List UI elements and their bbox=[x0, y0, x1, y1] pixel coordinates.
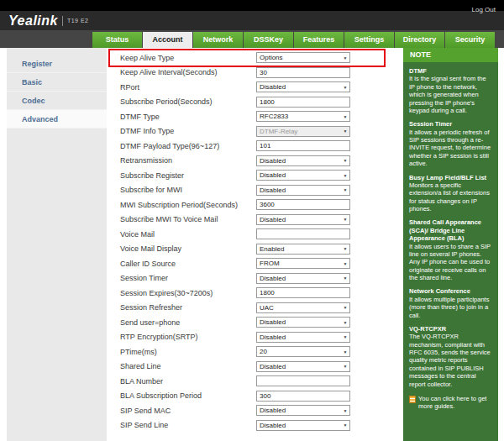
field-label: Subscribe for MWI bbox=[120, 186, 256, 194]
select-value: RFC2833 bbox=[257, 113, 341, 120]
voice-mail-display-select[interactable]: Enabled▼ bbox=[256, 244, 350, 255]
form-row-subscribe-mwi-to-voice-mail: Subscribe MWI To Voice MailDisabled▼ bbox=[110, 213, 384, 228]
note-panel-title: NOTE bbox=[403, 48, 498, 62]
field-label: DTMF Info Type bbox=[120, 127, 256, 135]
field-label: Shared Line bbox=[120, 362, 256, 370]
subscribe-for-mwi-select[interactable]: Disabled▼ bbox=[256, 185, 350, 196]
sidebar-item-register[interactable]: Register bbox=[7, 55, 107, 73]
select-value: Disabled bbox=[257, 422, 341, 429]
form-row-shared-line: Shared LineDisabled▼ bbox=[110, 360, 384, 375]
session-expires-30-7200s-input[interactable] bbox=[256, 287, 350, 298]
select-value: Disabled bbox=[257, 318, 341, 326]
field-label: Send user=phone bbox=[120, 318, 256, 327]
field-label: RPort bbox=[120, 83, 256, 92]
form-row-voice-mail-display: Voice Mail DisplayEnabled▼ bbox=[110, 242, 384, 257]
form-row-dtmf-type: DTMF TypeRFC2833▼ bbox=[110, 109, 384, 124]
voice-mail-input[interactable] bbox=[256, 228, 350, 239]
mwi-subscription-period-seconds-input[interactable] bbox=[256, 199, 350, 210]
field-label: Retransmission bbox=[120, 156, 256, 165]
note-heading-vq-rtcpxr: VQ-RTCPXR bbox=[409, 325, 492, 333]
yealink-logo: Yealink bbox=[8, 13, 58, 29]
note-heading-shared-call-appearance-sca-bridge-line-appearance-bla: Shared Call Appearance (SCA)/ Bridge Lin… bbox=[409, 218, 492, 242]
rtp-encryption-srtp-select[interactable]: Disabled▼ bbox=[256, 332, 350, 343]
dtmf-info-type-select[interactable]: DTMF-Relay▼ bbox=[256, 126, 350, 137]
keep-alive-type-select[interactable]: Options▼ bbox=[256, 52, 350, 63]
logout-link[interactable]: Log Out bbox=[472, 6, 496, 13]
field-label: Voice Mail bbox=[120, 230, 256, 239]
form-row-bla-number: BLA Number bbox=[110, 374, 384, 389]
keep-alive-interval-seconds-input[interactable] bbox=[256, 67, 350, 78]
chevron-down-icon: ▼ bbox=[341, 114, 349, 119]
sidebar-item-codec[interactable]: Codec bbox=[7, 92, 107, 110]
tab-account[interactable]: Account bbox=[143, 32, 192, 48]
chevron-down-icon: ▼ bbox=[341, 364, 349, 369]
tab-network[interactable]: Network bbox=[193, 32, 243, 48]
form-row-rtp-encryption-srtp: RTP Encryption(SRTP)Disabled▼ bbox=[110, 330, 384, 345]
form-row-caller-id-source: Caller ID SourceFROM▼ bbox=[110, 256, 384, 271]
select-value: Disabled bbox=[257, 186, 341, 194]
field-label: SIP Send MAC bbox=[120, 407, 256, 415]
ptime-ms-select[interactable]: 20▼ bbox=[256, 346, 350, 357]
tab-status[interactable]: Status bbox=[92, 32, 142, 48]
form-row-rport: RPortDisabled▼ bbox=[110, 80, 384, 95]
bla-subscription-period-input[interactable] bbox=[256, 391, 350, 402]
dtmf-type-select[interactable]: RFC2833▼ bbox=[256, 111, 350, 122]
select-value: Disabled bbox=[257, 407, 341, 414]
form-row-send-user-phone: Send user=phoneDisabled▼ bbox=[110, 315, 384, 330]
subscribe-mwi-to-voice-mail-select[interactable]: Disabled▼ bbox=[256, 214, 350, 225]
form-row-subscribe-register: Subscribe RegisterDisabled▼ bbox=[110, 168, 384, 183]
guides-link-text[interactable]: You can click here to get more guides. bbox=[418, 395, 492, 411]
form-row-dtmf-info-type: DTMF Info TypeDTMF-Relay▼ bbox=[110, 124, 384, 139]
bla-number-input[interactable] bbox=[256, 375, 350, 386]
note-text-session-timer: It allows a periodic refresh of SIP sess… bbox=[409, 129, 492, 168]
tab-directory[interactable]: Directory bbox=[395, 32, 444, 48]
tab-security[interactable]: Security bbox=[445, 32, 495, 48]
select-value: DTMF-Relay bbox=[257, 128, 341, 135]
field-label: Session Refresher bbox=[120, 303, 256, 312]
sip-send-mac-select[interactable]: Disabled▼ bbox=[256, 405, 350, 416]
subscribe-register-select[interactable]: Disabled▼ bbox=[256, 170, 350, 181]
rport-select[interactable]: Disabled▼ bbox=[256, 81, 350, 92]
tab-features[interactable]: Features bbox=[294, 32, 344, 48]
note-heading-busy-lamp-field-blf-list: Busy Lamp Field/BLF List bbox=[409, 174, 492, 181]
tab-settings[interactable]: Settings bbox=[344, 32, 394, 48]
caller-id-source-select[interactable]: FROM▼ bbox=[256, 258, 350, 269]
form-row-subscribe-period-seconds: Subscribe Period(Seconds) bbox=[110, 95, 384, 110]
chevron-down-icon: ▼ bbox=[341, 158, 349, 163]
chevron-down-icon: ▼ bbox=[341, 246, 349, 251]
field-label: RTP Encryption(SRTP) bbox=[120, 333, 256, 341]
chevron-down-icon: ▼ bbox=[341, 217, 349, 222]
select-value: Disabled bbox=[257, 363, 341, 370]
chevron-down-icon: ▼ bbox=[341, 334, 349, 339]
note-text-shared-call-appearance-sca-bridge-line-appearance-bla: It allows users to share a SIP line on s… bbox=[409, 243, 492, 282]
sip-send-line-select[interactable]: Disabled▼ bbox=[256, 420, 350, 431]
shared-line-select[interactable]: Disabled▼ bbox=[256, 361, 350, 372]
sidebar-item-basic[interactable]: Basic bbox=[7, 73, 107, 92]
chevron-down-icon: ▼ bbox=[341, 187, 349, 192]
retransmission-select[interactable]: Disabled▼ bbox=[256, 155, 350, 166]
tab-dsskey[interactable]: DSSKey bbox=[244, 32, 293, 48]
form-row-sip-send-line: SIP Send LineDisabled▼ bbox=[110, 418, 384, 433]
note-panel: NOTE DTMFIt is the signal sent from the … bbox=[403, 48, 498, 441]
logo-bar: Yealink T19 E2 bbox=[0, 11, 504, 30]
field-label: MWI Subscription Period(Seconds) bbox=[120, 201, 256, 209]
dtmf-payload-type-96-127-input[interactable] bbox=[256, 140, 350, 151]
settings-form: Keep Alive TypeOptions▼Keep Alive Interv… bbox=[107, 48, 403, 441]
field-label: Subscribe MWI To Voice Mail bbox=[120, 215, 256, 223]
session-refresher-select[interactable]: UAC▼ bbox=[256, 302, 350, 313]
form-row-keep-alive-type: Keep Alive TypeOptions▼ bbox=[110, 50, 384, 66]
chevron-down-icon: ▼ bbox=[341, 349, 349, 354]
sidebar-item-advanced[interactable]: Advanced bbox=[7, 110, 107, 129]
select-value: Disabled bbox=[257, 83, 341, 91]
tab-bar: StatusAccountNetworkDSSKeyFeaturesSettin… bbox=[0, 30, 504, 48]
select-value: 20 bbox=[257, 348, 341, 355]
send-user-phone-select[interactable]: Disabled▼ bbox=[256, 317, 350, 328]
form-row-ptime-ms: PTime(ms)20▼ bbox=[110, 344, 384, 360]
chevron-down-icon: ▼ bbox=[341, 408, 349, 413]
subscribe-period-seconds-input[interactable] bbox=[256, 97, 350, 108]
select-value: Disabled bbox=[257, 333, 341, 341]
chevron-down-icon: ▼ bbox=[341, 320, 349, 325]
guides-link[interactable]: You can click here to get more guides. bbox=[409, 395, 492, 411]
session-timer-select[interactable]: Disabled▼ bbox=[256, 273, 350, 284]
note-text-network-conference: It allows multiple participants (more th… bbox=[409, 296, 492, 319]
